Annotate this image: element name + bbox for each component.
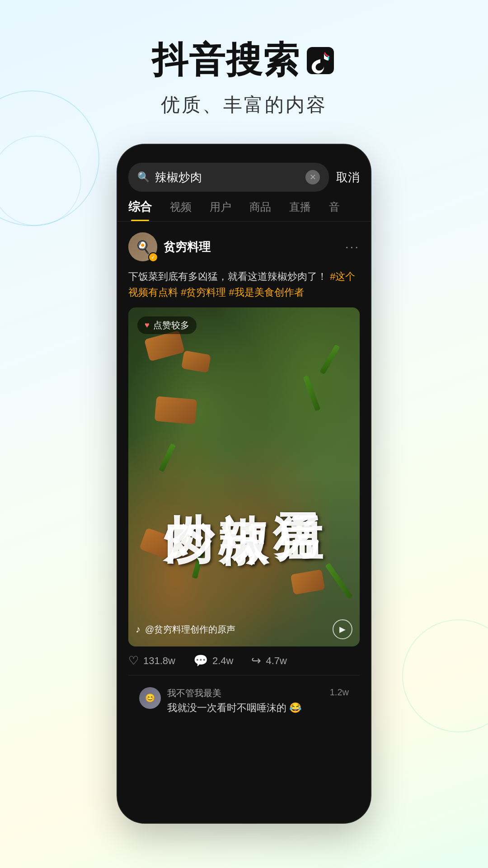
tab-用户[interactable]: 用户 xyxy=(210,200,231,221)
comment-item: 😊 我不管我最美 我就没一次看时不咽唾沫的 😂 1.2w xyxy=(139,683,349,719)
verified-badge: ✓ xyxy=(148,252,158,262)
hot-badge: ♥ 点赞较多 xyxy=(137,316,197,334)
video-background: 勇猛辣椒炒肉 ♥ 点赞较多 ♪ @贫穷料理创作的原声 xyxy=(128,307,360,646)
music-info: ♪ @贫穷料理创作的原声 xyxy=(136,623,235,636)
search-input-value[interactable]: 辣椒炒肉 xyxy=(155,170,300,185)
tab-商品[interactable]: 商品 xyxy=(249,200,271,221)
post-header: 🍳 ✓ 贫穷料理 ··· xyxy=(128,232,360,261)
share-button[interactable]: ↪ 4.7w xyxy=(251,654,286,668)
author-avatar: 🍳 ✓ xyxy=(128,232,157,261)
bg-decoration-3 xyxy=(402,619,488,732)
tab-直播[interactable]: 直播 xyxy=(289,200,311,221)
share-icon: ↪ xyxy=(251,654,261,668)
hashtag-3[interactable]: #我是美食创作者 xyxy=(229,287,304,298)
like-icon: ♡ xyxy=(128,654,139,668)
search-header: 🔍 辣椒炒肉 ✕ 取消 xyxy=(117,145,371,192)
hashtag-2[interactable]: #贫穷料理 xyxy=(181,287,229,298)
video-calligraphy-text: 勇猛辣椒炒肉 xyxy=(162,473,326,481)
music-note-icon: ♪ xyxy=(136,623,141,635)
music-bar: ♪ @贫穷料理创作的原声 ▶ xyxy=(136,619,352,639)
commenter-name: 我不管我最美 xyxy=(167,687,324,699)
author-info: 🍳 ✓ 贫穷料理 xyxy=(128,232,211,261)
more-options-icon[interactable]: ··· xyxy=(345,240,360,254)
comment-count: 2.4w xyxy=(212,655,233,667)
comment-button[interactable]: 💬 2.4w xyxy=(193,654,233,668)
content-area: 🍳 ✓ 贫穷料理 ··· 下饭菜到底有多凶猛，就看这道辣椒炒肉了！ #这个视频有… xyxy=(117,222,371,823)
search-clear-button[interactable]: ✕ xyxy=(305,170,320,184)
tab-视频[interactable]: 视频 xyxy=(170,200,192,221)
post-desc-text: 下饭菜到底有多凶猛，就看这道辣椒炒肉了！ xyxy=(128,271,330,282)
phone-mockup: 🔍 辣椒炒肉 ✕ 取消 综合 视频 用户 商品 直播 音 🍳 xyxy=(117,145,371,823)
interaction-bar: ♡ 131.8w 💬 2.4w ↪ 4.7w xyxy=(128,646,360,675)
commenter-avatar: 😊 xyxy=(139,687,161,709)
play-button[interactable]: ▶ xyxy=(333,619,352,639)
author-name[interactable]: 贫穷料理 xyxy=(164,239,211,255)
music-text: @贫穷料理创作的原声 xyxy=(145,623,235,636)
app-title-text: 抖音搜索 xyxy=(152,36,300,85)
heart-icon: ♥ xyxy=(145,321,150,330)
like-count: 131.8w xyxy=(143,655,175,667)
comments-preview: 😊 我不管我最美 我就没一次看时不咽唾沫的 😂 1.2w xyxy=(128,675,360,726)
search-icon: 🔍 xyxy=(137,171,150,183)
page-header: 抖音搜索 优质、丰富的内容 xyxy=(0,0,488,136)
like-button[interactable]: ♡ 131.8w xyxy=(128,654,175,668)
comment-text: 我就没一次看时不咽唾沫的 😂 xyxy=(167,701,324,715)
search-cancel-button[interactable]: 取消 xyxy=(336,170,360,185)
comment-content: 我不管我最美 我就没一次看时不咽唾沫的 😂 xyxy=(167,687,324,715)
post-item: 🍳 ✓ 贫穷料理 ··· 下饭菜到底有多凶猛，就看这道辣椒炒肉了！ #这个视频有… xyxy=(117,222,371,726)
app-subtitle: 优质、丰富的内容 xyxy=(0,92,488,118)
video-text-overlay: 勇猛辣椒炒肉 xyxy=(128,307,360,646)
post-description: 下饭菜到底有多凶猛，就看这道辣椒炒肉了！ #这个视频有点料 #贫穷料理 #我是美… xyxy=(128,269,360,300)
tabs-bar: 综合 视频 用户 商品 直播 音 xyxy=(117,192,371,222)
hot-badge-text: 点赞较多 xyxy=(153,319,189,331)
video-thumbnail[interactable]: 勇猛辣椒炒肉 ♥ 点赞较多 ♪ @贫穷料理创作的原声 xyxy=(128,307,360,646)
search-bar[interactable]: 🔍 辣椒炒肉 ✕ xyxy=(128,163,329,192)
phone-screen: 🔍 辣椒炒肉 ✕ 取消 综合 视频 用户 商品 直播 音 🍳 xyxy=(117,145,371,823)
tab-音乐[interactable]: 音 xyxy=(329,200,340,221)
share-count: 4.7w xyxy=(266,655,286,667)
comment-icon: 💬 xyxy=(193,654,208,668)
tiktok-logo-icon xyxy=(305,45,336,76)
comment-like-count: 1.2w xyxy=(330,687,349,698)
tab-综合[interactable]: 综合 xyxy=(128,199,152,221)
app-title: 抖音搜索 xyxy=(0,36,488,85)
